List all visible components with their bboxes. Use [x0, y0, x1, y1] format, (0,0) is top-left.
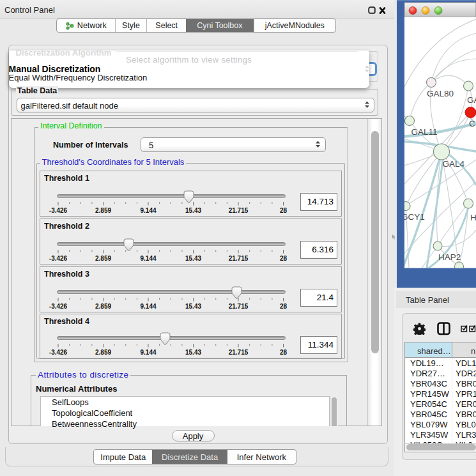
- svg-text:C: C: [469, 119, 475, 128]
- svg-text:GCY1: GCY1: [401, 212, 425, 222]
- svg-text:GA: GA: [467, 95, 476, 105]
- svg-text:GAL80: GAL80: [427, 89, 454, 98]
- svg-text:GAL4: GAL4: [443, 159, 465, 169]
- svg-text:HAP2: HAP2: [438, 252, 461, 262]
- svg-text:HI: HI: [470, 213, 476, 222]
- svg-text:GAL11: GAL11: [411, 127, 438, 137]
